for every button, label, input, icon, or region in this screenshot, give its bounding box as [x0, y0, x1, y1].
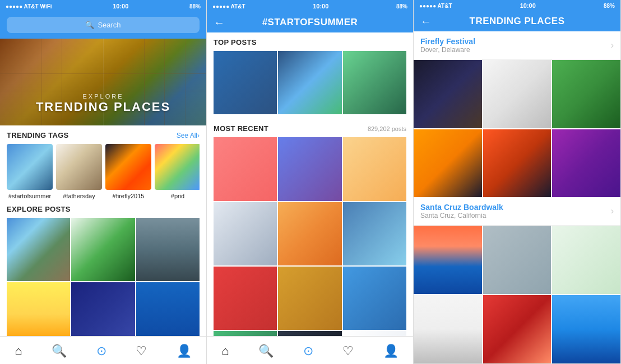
firefly-location: Dover, Delaware: [420, 46, 475, 54]
firefly-grid: [414, 60, 620, 197]
trending-tags-section: TRENDING TAGS See All › #startofsummer #…: [0, 125, 206, 199]
hashtag-title: #STARTOFSUMMER: [262, 17, 358, 28]
status-bar-2: ●●●●● AT&T 10:00 88%: [207, 0, 413, 12]
nav-camera[interactable]: ⊙: [96, 344, 106, 358]
status-bar-3: ●●●●● AT&T 10:00 88%: [414, 0, 620, 11]
time-2: 10:00: [313, 3, 328, 10]
post-cell[interactable]: [214, 267, 277, 330]
nav-search[interactable]: 🔍: [258, 344, 274, 358]
santacruz-photo[interactable]: [483, 226, 552, 294]
trending-places-title: TRENDING PLACES: [470, 16, 565, 27]
tag-thumb-startofsummer: [7, 144, 53, 190]
post-thumb[interactable]: [7, 218, 70, 281]
firefly-photo[interactable]: [552, 129, 620, 198]
tag-item[interactable]: #firefly2015: [105, 144, 151, 199]
see-all-button[interactable]: See All ›: [177, 132, 200, 139]
nav-search[interactable]: 🔍: [52, 344, 67, 358]
firefly-photo[interactable]: [414, 60, 482, 128]
back-button-3[interactable]: ←: [420, 15, 432, 28]
panel-explore: ●●●●● AT&T WiFi 10:00 88% 🔍 Search: [0, 0, 207, 364]
tag-item[interactable]: #fathersday: [56, 144, 102, 199]
place-item-firefly[interactable]: Firefly Festival Dover, Delaware ›: [414, 31, 620, 60]
nav-heart[interactable]: ♡: [342, 344, 354, 358]
most-recent-section: MOST RECENT 829,202 posts: [207, 119, 413, 336]
nav-profile[interactable]: 👤: [177, 344, 192, 358]
chevron-right-icon: ›: [611, 40, 614, 50]
post-cell[interactable]: [278, 331, 341, 336]
tag-label-pride: #prid: [171, 193, 184, 199]
post-thumb[interactable]: [71, 282, 135, 336]
search-bar[interactable]: 🔍 Search: [7, 17, 200, 33]
post-cell[interactable]: [278, 51, 341, 114]
firefly-photo[interactable]: [414, 129, 482, 198]
tag-item[interactable]: #startofsummer: [7, 144, 53, 199]
firefly-info: Firefly Festival Dover, Delaware: [420, 37, 475, 54]
post-thumb[interactable]: [71, 218, 135, 281]
santacruz-grid: [414, 226, 620, 363]
post-cell[interactable]: [343, 267, 406, 330]
santacruz-photo[interactable]: [414, 295, 482, 363]
nav-home[interactable]: ⌂: [15, 344, 22, 358]
nav-heart[interactable]: ♡: [136, 344, 147, 358]
santacruz-photo[interactable]: [552, 226, 620, 294]
explore-posts-grid: [7, 218, 200, 336]
top-posts-label: TOP POSTS: [214, 38, 257, 46]
post-cell[interactable]: [278, 267, 341, 330]
nav-camera[interactable]: ⊙: [303, 344, 313, 358]
santacruz-photo[interactable]: [552, 295, 620, 363]
back-button-2[interactable]: ←: [214, 16, 225, 29]
santacruz-photo[interactable]: [414, 226, 482, 294]
nav-profile[interactable]: 👤: [383, 344, 398, 358]
post-thumb[interactable]: [136, 218, 200, 281]
top-posts-grid: [214, 51, 406, 114]
firefly-photo[interactable]: [483, 60, 552, 128]
firefly-photo[interactable]: [552, 60, 620, 128]
battery-1: 88%: [189, 3, 201, 10]
post-cell[interactable]: [343, 202, 406, 265]
post-cell[interactable]: [214, 202, 277, 265]
posts-count: 829,202 posts: [368, 125, 406, 132]
santacruz-name: Santa Cruz Boardwalk: [420, 203, 503, 212]
explore-posts-label: EXPLORE POSTS: [7, 205, 71, 213]
hero-banner: EXPLORE TRENDING PLACES: [0, 39, 206, 125]
firefly-photo[interactable]: [483, 129, 552, 198]
tag-label-startofsummer: #startofsummer: [8, 193, 51, 199]
post-cell[interactable]: [278, 137, 341, 200]
bottom-nav-1: ⌂ 🔍 ⊙ ♡ 👤: [0, 336, 206, 364]
tag-thumb-pride: [155, 144, 200, 190]
post-cell[interactable]: [343, 51, 406, 114]
place-item-santacruz[interactable]: Santa Cruz Boardwalk Santa Cruz, Califor…: [414, 197, 620, 226]
post-cell[interactable]: [214, 51, 277, 114]
post-cell[interactable]: [214, 331, 277, 336]
hero-title: TRENDING PLACES: [36, 100, 170, 114]
bottom-nav-2: ⌂ 🔍 ⊙ ♡ 👤: [207, 336, 413, 364]
tag-thumb-firefly2015: [105, 144, 151, 190]
post-cell[interactable]: [343, 331, 406, 336]
search-icon: 🔍: [85, 21, 94, 29]
explore-posts-header: EXPLORE POSTS: [7, 205, 200, 213]
post-cell[interactable]: [278, 202, 341, 265]
top-posts-section: TOP POSTS: [207, 32, 413, 114]
hashtag-header: ← #STARTOFSUMMER: [207, 12, 413, 32]
most-recent-header: MOST RECENT 829,202 posts: [214, 124, 406, 133]
search-label: Search: [98, 21, 121, 29]
hero-subtitle: EXPLORE: [83, 93, 124, 100]
battery-2: 88%: [396, 3, 407, 10]
trending-places-header: ← TRENDING PLACES: [414, 11, 620, 31]
tag-item[interactable]: #prid: [155, 144, 200, 199]
post-cell[interactable]: [343, 137, 406, 200]
nav-home[interactable]: ⌂: [221, 344, 229, 358]
post-thumb[interactable]: [7, 282, 70, 336]
firefly-name: Firefly Festival: [420, 37, 475, 46]
panel-trending-places: ●●●●● AT&T 10:00 88% ← TRENDING PLACES F…: [414, 0, 621, 364]
tag-label-firefly2015: #firefly2015: [113, 193, 145, 199]
post-thumb[interactable]: [136, 282, 200, 336]
carrier-2: ●●●●● AT&T: [212, 3, 245, 10]
most-recent-grid: [214, 137, 406, 336]
search-header: 🔍 Search: [0, 12, 206, 39]
battery-3: 88%: [604, 3, 615, 9]
santacruz-photo[interactable]: [483, 295, 552, 363]
trending-tags-list: #startofsummer #fathersday #firefly2015 …: [7, 144, 200, 199]
post-cell[interactable]: [214, 137, 277, 200]
chevron-right-icon: ›: [611, 206, 614, 216]
